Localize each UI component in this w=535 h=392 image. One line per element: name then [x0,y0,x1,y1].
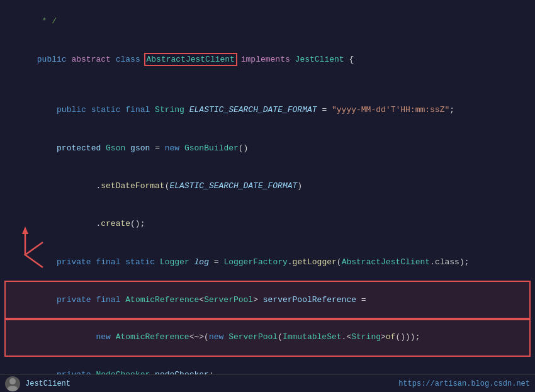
class-name-highlight: AbstractJestClient [145,54,236,65]
line-gson: protected Gson gson = new GsonBuilder() [5,129,530,167]
url-label[interactable]: https://artisan.blog.csdn.net [398,379,530,388]
svg-point-2 [9,378,16,384]
line-class-decl: public abstract class AbstractJestClient… [5,40,530,78]
code-editor: * / public abstract class AbstractJestCl… [0,0,535,392]
line-server-pool-ref-1: private final AtomicReference<ServerPool… [5,281,530,319]
line-empty-1 [5,79,530,91]
tab-label: JestClient [25,379,70,388]
line-create: .create(); [5,205,530,243]
line-set-date-format: .setDateFormat(ELASTIC_SEARCH_DATE_FORMA… [5,167,530,205]
bottom-bar: JestClient https://artisan.blog.csdn.net [0,374,535,392]
line-server-pool-ref-2: new AtomicReference<~>(new ServerPool(Im… [5,318,530,356]
line-comment: * / [5,3,530,40]
line-date-format: public static final String ELASTIC_SEARC… [5,91,530,129]
svg-point-3 [8,386,18,391]
line-logger: private final static Logger log = Logger… [5,244,530,281]
avatar [5,376,20,391]
code-lines: * / public abstract class AbstractJestCl… [0,0,535,392]
bottom-left: JestClient [5,376,70,391]
